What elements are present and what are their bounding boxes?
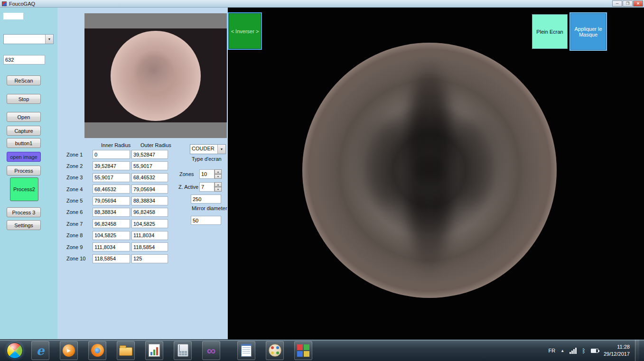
zone-outer-radius-input[interactable] — [131, 208, 168, 217]
camera-select[interactable]: ▼ — [3, 34, 54, 44]
start-button-icon[interactable] — [7, 342, 23, 359]
zone-row: Zone 2 — [63, 161, 187, 170]
mirror-diameter-input[interactable] — [191, 216, 221, 225]
mirror-shadow-left — [358, 119, 414, 206]
process2-button[interactable]: Process2 — [10, 177, 38, 201]
color-squares-icon[interactable] — [294, 341, 312, 360]
zone-outer-radius-input[interactable] — [131, 173, 168, 182]
zone-inner-radius-input[interactable] — [93, 150, 130, 159]
zone-inner-radius-input[interactable] — [93, 185, 130, 194]
chevron-down-icon[interactable]: ▼ — [45, 35, 53, 44]
zone-outer-radius-input[interactable] — [131, 196, 168, 205]
spin-down-icon[interactable]: ▼ — [215, 187, 222, 192]
mirror-preview-image[interactable] — [84, 28, 227, 122]
zone-inner-radius-input[interactable] — [93, 254, 130, 263]
spin-down-icon[interactable]: ▼ — [215, 174, 222, 179]
clock-date: 29/12/2017 — [604, 351, 630, 358]
zone-outer-radius-input[interactable] — [131, 185, 168, 194]
capture-button[interactable]: Capture — [7, 126, 41, 136]
maximize-button[interactable]: ❐ — [623, 0, 633, 7]
screen-type-select[interactable]: COUDER ▼ — [190, 144, 226, 154]
windows-explorer-icon[interactable] — [117, 341, 135, 360]
language-indicator[interactable]: FR — [549, 348, 556, 353]
paint-icon[interactable] — [266, 341, 284, 360]
zone-inner-radius-input[interactable] — [93, 196, 130, 205]
mirror-preview-frame — [84, 13, 227, 138]
inner-radius-header: Inner Radius — [101, 142, 131, 148]
left-sidebar: ▼ ReScan Stop Open Capture button1 open … — [0, 8, 57, 339]
zone-label: Zone 9 — [63, 244, 93, 250]
close-button[interactable]: ✕ — [633, 0, 643, 7]
zone-label: Zone 1 — [63, 152, 93, 157]
zone-outer-radius-input[interactable] — [131, 242, 168, 251]
clock[interactable]: 11:28 29/12/2017 — [604, 343, 630, 358]
zone-outer-radius-input[interactable] — [131, 254, 168, 263]
zone-outer-radius-input[interactable] — [131, 161, 168, 170]
foucault-image-viewer[interactable]: < Inverser > Plein Ecran Appliquer le Ma… — [228, 8, 644, 339]
zone-outer-radius-input[interactable] — [131, 231, 168, 240]
open-image-button[interactable]: open image — [7, 152, 41, 162]
minimize-button[interactable]: ─ — [612, 0, 622, 7]
rescan-button[interactable]: ReScan — [7, 75, 41, 85]
zone-inner-radius-input[interactable] — [93, 173, 130, 182]
zone-outer-radius-input[interactable] — [131, 219, 168, 228]
screen-type-label: Type d'ecran — [192, 156, 222, 162]
active-zone-input[interactable] — [199, 182, 215, 192]
internet-explorer-icon[interactable]: e — [31, 341, 49, 360]
process3-button[interactable]: Process 3 — [7, 207, 41, 217]
zone-inner-radius-input[interactable] — [93, 219, 130, 228]
bluetooth-icon[interactable]: ᛒ — [582, 347, 586, 354]
calculator-icon[interactable] — [174, 341, 192, 360]
chart-app-icon[interactable] — [145, 341, 163, 360]
zone-label: Zone 8 — [63, 232, 93, 238]
zone-row: Zone 1 — [63, 150, 187, 159]
window-title: FoucoGAQ — [9, 1, 35, 7]
zone-inner-radius-input[interactable] — [93, 242, 130, 251]
hidden-icons-arrow-icon[interactable]: ▲ — [560, 349, 564, 353]
system-tray: FR ▲ ᛒ 11:28 29/12/2017 — [549, 340, 639, 361]
plein-ecran-button[interactable]: Plein Ecran — [532, 14, 568, 49]
process-button[interactable]: Process — [7, 166, 41, 176]
active-zone-stepper[interactable]: ▲ ▼ — [199, 182, 222, 192]
spin-up-icon[interactable]: ▲ — [215, 169, 222, 174]
spin-up-icon[interactable]: ▲ — [215, 182, 222, 187]
inverser-button[interactable]: < Inverser > — [229, 13, 261, 49]
media-player-icon[interactable]: ▶ — [60, 341, 78, 360]
show-desktop-button[interactable] — [635, 340, 639, 361]
mirror-foucault-image — [302, 43, 557, 298]
appliquer-masque-button[interactable]: Appliquer le Masque — [570, 13, 606, 50]
wavelength-input[interactable] — [3, 55, 45, 65]
zone-table-rows: Zone 1 Zone 2 Zone 3 Zone 4 — [63, 150, 187, 266]
zone-row: Zone 9 — [63, 242, 187, 251]
zone-row: Zone 7 — [63, 219, 187, 228]
zone-inner-radius-input[interactable] — [93, 231, 130, 240]
zone-row: Zone 8 — [63, 231, 187, 240]
open-button[interactable]: Open — [7, 112, 41, 122]
app-icon — [2, 1, 7, 6]
battery-icon[interactable] — [591, 349, 598, 353]
network-signal-icon[interactable] — [569, 347, 577, 354]
firefox-icon[interactable] — [88, 341, 106, 360]
button1-button[interactable]: button1 — [7, 138, 41, 148]
zone-label: Zone 6 — [63, 209, 93, 215]
zone-label: Zone 7 — [63, 221, 93, 227]
zone-inner-radius-input[interactable] — [93, 208, 130, 217]
zone-row: Zone 10 — [63, 254, 187, 263]
zone-inner-radius-input[interactable] — [93, 161, 130, 170]
zone-label: Zone 5 — [63, 198, 93, 204]
zone-label: Zone 2 — [63, 163, 93, 169]
zone-outer-radius-input[interactable] — [131, 150, 168, 159]
zone-label: Zone 4 — [63, 186, 93, 192]
zones-count-input[interactable] — [199, 169, 215, 179]
stop-button[interactable]: Stop — [7, 94, 41, 104]
chevron-down-icon[interactable]: ▼ — [217, 145, 225, 154]
notepad-icon[interactable] — [237, 341, 255, 360]
mirror-shadow-right — [445, 119, 501, 206]
taskbar: e ▶ ∞ FR ▲ ᛒ 11:28 29/12/2017 — [0, 339, 644, 361]
settings-button[interactable]: Settings — [7, 220, 41, 230]
mirror-radius-input[interactable] — [191, 194, 221, 204]
zone-row: Zone 6 — [63, 208, 187, 217]
zones-panel: Inner Radius Outer Radius Zone 1 Zone 2 … — [57, 8, 228, 339]
zones-count-stepper[interactable]: ▲ ▼ — [199, 169, 222, 179]
visual-studio-icon[interactable]: ∞ — [202, 341, 220, 360]
